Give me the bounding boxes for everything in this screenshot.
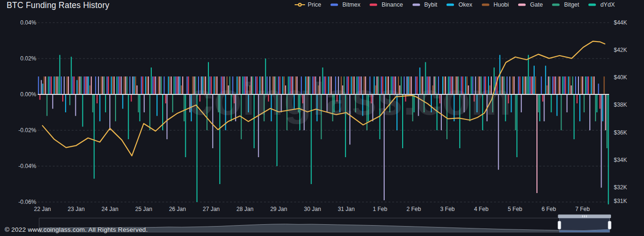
svg-text:26 Jan: 26 Jan <box>169 206 186 212</box>
gate-swatch-icon <box>517 2 527 7</box>
right-axis-labels: $44K$42K$40K$38K$36K$34K$32K$31K <box>614 19 627 204</box>
svg-text:-0.02%: -0.02% <box>18 127 36 134</box>
dydx-swatch-icon <box>587 2 597 7</box>
legend-label: Bybit <box>424 1 438 8</box>
svg-text:$32K: $32K <box>614 184 627 191</box>
btc-funding-rates-page: BTC Funding Rates History PriceBitmexBin… <box>0 0 644 236</box>
svg-text:1 Feb: 1 Feb <box>373 206 388 212</box>
svg-text:25 Jan: 25 Jan <box>135 206 152 212</box>
plot-area[interactable] <box>38 13 609 204</box>
huobi-swatch-icon <box>480 2 491 7</box>
svg-text:-0.06%: -0.06% <box>18 199 36 205</box>
navigator-right-handle[interactable] <box>608 221 611 229</box>
navigator-left-handle[interactable] <box>558 221 561 229</box>
svg-text:27 Jan: 27 Jan <box>203 206 220 212</box>
svg-text:5 Feb: 5 Feb <box>508 206 522 212</box>
svg-text:$38K: $38K <box>614 101 627 108</box>
legend-label: dYdX <box>600 1 615 8</box>
left-axis-labels: 0.04%0.02%0.00%-0.02%-0.04%-0.06% <box>18 19 36 205</box>
svg-text:6 Feb: 6 Feb <box>542 206 556 212</box>
svg-text:$44K: $44K <box>614 19 627 26</box>
legend-item-bitget[interactable]: Bitget <box>551 1 579 8</box>
bybit-swatch-icon <box>411 2 421 7</box>
bitget-swatch-icon <box>551 2 561 7</box>
legend-label: Okex <box>458 1 472 8</box>
legend-item-price[interactable]: Price <box>295 1 321 8</box>
legend-item-dydx[interactable]: dYdX <box>587 1 615 8</box>
legend: PriceBitmexBinanceBybitOkexHuobiGateBitg… <box>295 1 615 8</box>
legend-item-binance[interactable]: Binance <box>368 1 403 8</box>
svg-text:22 Jan: 22 Jan <box>34 206 51 212</box>
svg-text:3 Feb: 3 Feb <box>440 206 455 212</box>
bitmex-swatch-icon <box>329 2 339 7</box>
svg-text:0.02%: 0.02% <box>20 55 36 62</box>
svg-text:29 Jan: 29 Jan <box>270 206 287 212</box>
legend-item-okex[interactable]: Okex <box>445 1 472 8</box>
svg-text:$36K: $36K <box>614 129 627 136</box>
svg-text:0.04%: 0.04% <box>20 19 36 26</box>
svg-text:30 Jan: 30 Jan <box>304 206 321 212</box>
svg-text:-0.04%: -0.04% <box>18 163 36 169</box>
legend-label: Price <box>308 1 321 8</box>
svg-text:28 Jan: 28 Jan <box>237 206 254 212</box>
funding-rates-chart-canvas: 0.04%0.02%0.00%-0.02%-0.04%-0.06%$44K$42… <box>0 0 644 236</box>
legend-item-bybit[interactable]: Bybit <box>411 1 438 8</box>
drag-grip-icon <box>582 215 583 217</box>
svg-text:$40K: $40K <box>614 74 627 81</box>
drag-grip-icon <box>584 215 585 217</box>
legend-label: Huobi <box>494 1 509 8</box>
svg-text:4 Feb: 4 Feb <box>474 206 488 212</box>
svg-text:2 Feb: 2 Feb <box>406 206 421 212</box>
svg-text:$42K: $42K <box>614 47 627 53</box>
svg-text:0.00%: 0.00% <box>20 91 36 98</box>
legend-item-huobi[interactable]: Huobi <box>480 1 509 8</box>
legend-label: Bitmex <box>342 1 360 8</box>
svg-text:31 Jan: 31 Jan <box>338 206 355 212</box>
svg-text:7 Feb: 7 Feb <box>575 206 590 212</box>
binance-swatch-icon <box>368 2 379 7</box>
svg-text:$34K: $34K <box>614 157 627 163</box>
legend-label: Binance <box>381 1 403 8</box>
x-axis-labels: 22 Jan23 Jan24 Jan25 Jan26 Jan27 Jan28 J… <box>34 206 590 212</box>
svg-text:$31K: $31K <box>614 198 627 204</box>
copyright-text: © 2022 www.coinglass.com. All Rights Res… <box>5 226 148 233</box>
svg-text:23 Jan: 23 Jan <box>68 206 85 212</box>
legend-label: Bitget <box>564 1 579 8</box>
legend-label: Gate <box>530 1 543 8</box>
okex-swatch-icon <box>445 2 455 7</box>
price-line-marker-icon <box>295 2 305 7</box>
svg-text:24 Jan: 24 Jan <box>101 206 118 212</box>
legend-item-gate[interactable]: Gate <box>517 1 543 8</box>
legend-item-bitmex[interactable]: Bitmex <box>329 1 360 8</box>
drag-grip-icon <box>586 215 586 217</box>
